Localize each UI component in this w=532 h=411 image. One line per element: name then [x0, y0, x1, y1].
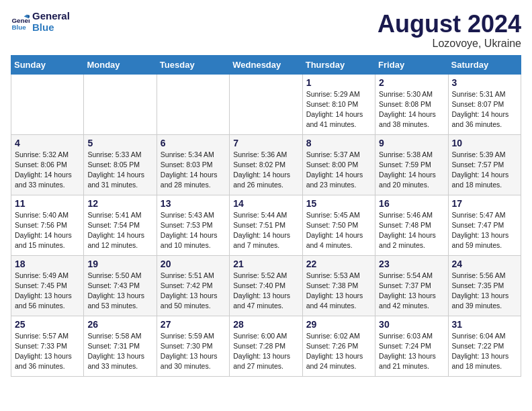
- day-info: Sunrise: 5:59 AM Sunset: 7:30 PM Dayligh…: [161, 331, 226, 372]
- calendar-cell: 3Sunrise: 5:31 AM Sunset: 8:07 PM Daylig…: [448, 74, 521, 134]
- day-number: 12: [87, 198, 152, 209]
- day-number: 14: [233, 198, 298, 209]
- day-info: Sunrise: 5:33 AM Sunset: 8:05 PM Dayligh…: [87, 150, 152, 191]
- location-subtitle: Lozovoye, Ukraine: [378, 38, 521, 50]
- day-number: 9: [379, 138, 444, 148]
- calendar-cell: 7Sunrise: 5:36 AM Sunset: 8:02 PM Daylig…: [230, 134, 302, 195]
- weekday-header: Saturday: [448, 55, 521, 74]
- day-number: 17: [452, 198, 517, 209]
- day-number: 30: [379, 319, 444, 330]
- calendar-cell: 8Sunrise: 5:37 AM Sunset: 8:00 PM Daylig…: [302, 134, 375, 195]
- day-number: 3: [452, 77, 517, 88]
- day-info: Sunrise: 5:31 AM Sunset: 8:07 PM Dayligh…: [452, 89, 517, 130]
- calendar-cell: [84, 74, 157, 134]
- day-number: 10: [452, 138, 517, 148]
- calendar-cell: 10Sunrise: 5:39 AM Sunset: 7:57 PM Dayli…: [448, 134, 521, 195]
- day-number: 18: [15, 259, 80, 269]
- day-info: Sunrise: 6:02 AM Sunset: 7:26 PM Dayligh…: [306, 331, 371, 372]
- day-info: Sunrise: 5:38 AM Sunset: 7:59 PM Dayligh…: [379, 150, 444, 191]
- calendar-cell: 15Sunrise: 5:45 AM Sunset: 7:50 PM Dayli…: [302, 195, 375, 255]
- calendar-cell: 22Sunrise: 5:53 AM Sunset: 7:38 PM Dayli…: [302, 255, 375, 316]
- calendar-cell: 5Sunrise: 5:33 AM Sunset: 8:05 PM Daylig…: [84, 134, 157, 195]
- weekday-header: Wednesday: [230, 55, 302, 74]
- day-info: Sunrise: 5:45 AM Sunset: 7:50 PM Dayligh…: [306, 210, 371, 251]
- day-info: Sunrise: 5:43 AM Sunset: 7:53 PM Dayligh…: [161, 210, 226, 251]
- day-number: 23: [379, 259, 444, 269]
- day-number: 4: [15, 138, 80, 148]
- day-info: Sunrise: 5:47 AM Sunset: 7:47 PM Dayligh…: [452, 210, 517, 251]
- day-number: 27: [161, 319, 226, 330]
- day-info: Sunrise: 5:41 AM Sunset: 7:54 PM Dayligh…: [87, 210, 152, 251]
- day-number: 28: [233, 319, 298, 330]
- day-info: Sunrise: 5:30 AM Sunset: 8:08 PM Dayligh…: [379, 89, 444, 130]
- svg-text:Blue: Blue: [11, 24, 26, 31]
- logo-general: General: [32, 11, 70, 22]
- calendar-cell: 16Sunrise: 5:46 AM Sunset: 7:48 PM Dayli…: [375, 195, 448, 255]
- calendar-cell: 2Sunrise: 5:30 AM Sunset: 8:08 PM Daylig…: [375, 74, 448, 134]
- calendar-cell: [11, 74, 84, 134]
- calendar-cell: 23Sunrise: 5:54 AM Sunset: 7:37 PM Dayli…: [375, 255, 448, 316]
- day-info: Sunrise: 5:57 AM Sunset: 7:33 PM Dayligh…: [15, 331, 80, 372]
- calendar-cell: 6Sunrise: 5:34 AM Sunset: 8:03 PM Daylig…: [157, 134, 229, 195]
- day-info: Sunrise: 5:40 AM Sunset: 7:56 PM Dayligh…: [15, 210, 80, 251]
- calendar-cell: 26Sunrise: 5:58 AM Sunset: 7:31 PM Dayli…: [84, 316, 157, 376]
- day-number: 2: [379, 77, 444, 88]
- day-number: 5: [87, 138, 152, 148]
- header: General Blue General Blue August 2024 Lo…: [11, 11, 521, 50]
- calendar-table: SundayMondayTuesdayWednesdayThursdayFrid…: [11, 55, 521, 377]
- weekday-header: Friday: [375, 55, 448, 74]
- calendar-cell: 17Sunrise: 5:47 AM Sunset: 7:47 PM Dayli…: [448, 195, 521, 255]
- day-number: 20: [161, 259, 226, 269]
- calendar-cell: [157, 74, 229, 134]
- calendar-cell: 30Sunrise: 6:03 AM Sunset: 7:24 PM Dayli…: [375, 316, 448, 376]
- day-info: Sunrise: 5:50 AM Sunset: 7:43 PM Dayligh…: [87, 271, 152, 312]
- day-info: Sunrise: 5:36 AM Sunset: 8:02 PM Dayligh…: [233, 150, 298, 191]
- weekday-header: Sunday: [11, 55, 84, 74]
- day-number: 8: [306, 138, 371, 148]
- day-info: Sunrise: 5:53 AM Sunset: 7:38 PM Dayligh…: [306, 271, 371, 312]
- calendar-week-row: 1Sunrise: 5:29 AM Sunset: 8:10 PM Daylig…: [11, 74, 521, 134]
- day-number: 25: [15, 319, 80, 330]
- day-number: 29: [306, 319, 371, 330]
- day-number: 19: [87, 259, 152, 269]
- day-number: 13: [161, 198, 226, 209]
- logo-blue: Blue: [32, 22, 70, 34]
- calendar-cell: 1Sunrise: 5:29 AM Sunset: 8:10 PM Daylig…: [302, 74, 375, 134]
- day-info: Sunrise: 5:29 AM Sunset: 8:10 PM Dayligh…: [306, 89, 371, 130]
- day-info: Sunrise: 5:54 AM Sunset: 7:37 PM Dayligh…: [379, 271, 444, 312]
- day-number: 16: [379, 198, 444, 209]
- day-info: Sunrise: 6:04 AM Sunset: 7:22 PM Dayligh…: [452, 331, 517, 372]
- day-number: 11: [15, 198, 80, 209]
- calendar-cell: 12Sunrise: 5:41 AM Sunset: 7:54 PM Dayli…: [84, 195, 157, 255]
- calendar-cell: [230, 74, 302, 134]
- calendar-header-row: SundayMondayTuesdayWednesdayThursdayFrid…: [11, 55, 521, 74]
- calendar-cell: 20Sunrise: 5:51 AM Sunset: 7:42 PM Dayli…: [157, 255, 229, 316]
- day-info: Sunrise: 5:46 AM Sunset: 7:48 PM Dayligh…: [379, 210, 444, 251]
- day-info: Sunrise: 5:39 AM Sunset: 7:57 PM Dayligh…: [452, 150, 517, 191]
- day-number: 7: [233, 138, 298, 148]
- day-info: Sunrise: 6:03 AM Sunset: 7:24 PM Dayligh…: [379, 331, 444, 372]
- day-number: 1: [306, 77, 371, 88]
- calendar-cell: 4Sunrise: 5:32 AM Sunset: 8:06 PM Daylig…: [11, 134, 84, 195]
- day-number: 22: [306, 259, 371, 269]
- day-info: Sunrise: 5:51 AM Sunset: 7:42 PM Dayligh…: [161, 271, 226, 312]
- weekday-header: Thursday: [302, 55, 375, 74]
- day-info: Sunrise: 5:44 AM Sunset: 7:51 PM Dayligh…: [233, 210, 298, 251]
- calendar-week-row: 25Sunrise: 5:57 AM Sunset: 7:33 PM Dayli…: [11, 316, 521, 376]
- calendar-week-row: 18Sunrise: 5:49 AM Sunset: 7:45 PM Dayli…: [11, 255, 521, 316]
- day-info: Sunrise: 5:58 AM Sunset: 7:31 PM Dayligh…: [87, 331, 152, 372]
- calendar-cell: 11Sunrise: 5:40 AM Sunset: 7:56 PM Dayli…: [11, 195, 84, 255]
- calendar-cell: 28Sunrise: 6:00 AM Sunset: 7:28 PM Dayli…: [230, 316, 302, 376]
- day-number: 21: [233, 259, 298, 269]
- calendar-cell: 29Sunrise: 6:02 AM Sunset: 7:26 PM Dayli…: [302, 316, 375, 376]
- calendar-cell: 19Sunrise: 5:50 AM Sunset: 7:43 PM Dayli…: [84, 255, 157, 316]
- day-number: 6: [161, 138, 226, 148]
- day-info: Sunrise: 5:37 AM Sunset: 8:00 PM Dayligh…: [306, 150, 371, 191]
- title-area: August 2024 Lozovoye, Ukraine: [378, 11, 521, 50]
- day-info: Sunrise: 5:52 AM Sunset: 7:40 PM Dayligh…: [233, 271, 298, 312]
- weekday-header: Tuesday: [157, 55, 229, 74]
- calendar-cell: 21Sunrise: 5:52 AM Sunset: 7:40 PM Dayli…: [230, 255, 302, 316]
- day-number: 24: [452, 259, 517, 269]
- calendar-week-row: 11Sunrise: 5:40 AM Sunset: 7:56 PM Dayli…: [11, 195, 521, 255]
- calendar-cell: 31Sunrise: 6:04 AM Sunset: 7:22 PM Dayli…: [448, 316, 521, 376]
